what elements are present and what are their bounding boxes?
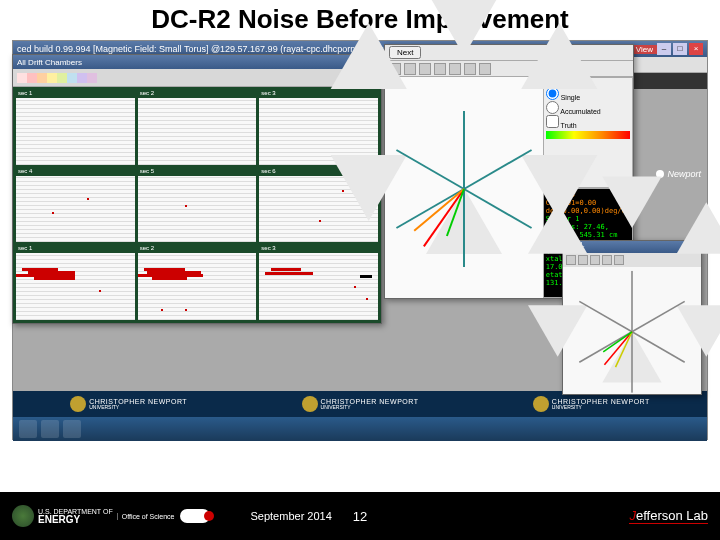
hex-detector-view[interactable] bbox=[385, 77, 543, 298]
taskbar-item[interactable] bbox=[19, 420, 37, 438]
tool-icon[interactable] bbox=[434, 63, 446, 75]
jlab-logo: Jefferson Lab bbox=[629, 508, 708, 524]
cnu-logo: CHRISTOPHER NEWPORTUNIVERSITY bbox=[70, 396, 187, 412]
chamber-cell[interactable]: sec 2 bbox=[138, 245, 257, 320]
ecal-view[interactable] bbox=[563, 267, 701, 395]
close-icon[interactable]: × bbox=[689, 43, 703, 55]
slide-title: DC-R2 Noise Before Improvement bbox=[0, 0, 720, 39]
office-science: Office of Science bbox=[117, 513, 175, 520]
chambers-grid: sec 1 sec 2 sec 3 sec 4 sec 5 sec 6 sec … bbox=[13, 87, 381, 323]
chamber-cell[interactable]: sec 2 bbox=[138, 90, 257, 165]
tool-icon[interactable] bbox=[479, 63, 491, 75]
doe-logo: U.S. DEPARTMENT OFENERGY bbox=[12, 505, 113, 527]
chambers-titlebar: All Drift Chambers × bbox=[13, 55, 381, 69]
taskbar-item[interactable] bbox=[63, 420, 81, 438]
page-number: 12 bbox=[353, 509, 367, 524]
chamber-cell[interactable]: sec 3 bbox=[259, 245, 378, 320]
tool-icon[interactable] bbox=[602, 255, 612, 265]
taskbar[interactable] bbox=[13, 417, 707, 441]
chamber-cell[interactable]: sec 1 bbox=[16, 90, 135, 165]
chambers-title: All Drift Chambers bbox=[17, 58, 82, 67]
color-scale bbox=[17, 73, 97, 83]
cnu-logo: CHRISTOPHER NEWPORTUNIVERSITY bbox=[533, 396, 650, 412]
ecal-window: ECAL bbox=[562, 240, 702, 395]
maximize-icon[interactable]: □ bbox=[673, 43, 687, 55]
minimize-icon[interactable]: – bbox=[657, 43, 671, 55]
slide-footer: U.S. DEPARTMENT OFENERGY Office of Scien… bbox=[0, 492, 720, 540]
slide-date: September 2014 bbox=[250, 510, 331, 522]
taskbar-item[interactable] bbox=[41, 420, 59, 438]
tool-icon[interactable] bbox=[590, 255, 600, 265]
chambers-window: All Drift Chambers × sec 1 sec 2 sec 3 s… bbox=[12, 54, 382, 324]
tool-icon[interactable] bbox=[614, 255, 624, 265]
chambers-toolbar bbox=[13, 69, 381, 87]
chamber-cell[interactable]: sec 5 bbox=[138, 168, 257, 243]
chamber-cell[interactable]: sec 1 bbox=[16, 245, 135, 320]
newport-logo: Newport bbox=[656, 169, 701, 179]
tool-icon[interactable] bbox=[449, 63, 461, 75]
cnu-logo: CHRISTOPHER NEWPORTUNIVERSITY bbox=[302, 396, 419, 412]
jsa-logo bbox=[180, 509, 210, 523]
tool-icon[interactable] bbox=[464, 63, 476, 75]
chamber-cell[interactable]: sec 4 bbox=[16, 168, 135, 243]
